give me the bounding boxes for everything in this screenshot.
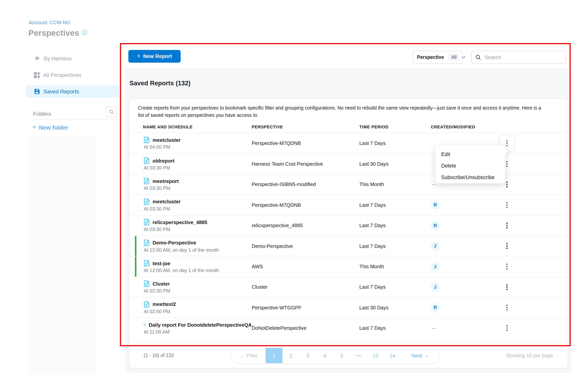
creator-avatar: R [431,200,440,210]
app-window: Account: CCM-NG Perspectives ⓘ ❖ By Harn… [0,0,588,392]
created-modified-cell: J [431,283,496,292]
pagination-prev[interactable]: ← Prev [232,348,266,363]
report-schedule: At 12:00 AM, on day 1 of the month [144,268,252,273]
table-row[interactable]: Demo-PerspectiveAt 12:00 AM, on day 1 of… [130,236,568,256]
column-header-created-modified: CREATED/MODIFIED [431,124,504,129]
pagination-page-2[interactable]: 2 [282,348,300,363]
creator-avatar: R [431,221,440,230]
harness-icon: ❖ [34,55,40,62]
search-input[interactable] [484,54,562,60]
row-menu-kebab-icon[interactable] [505,200,509,210]
row-menu-kebab-icon[interactable] [505,221,509,230]
row-menu-kebab-icon[interactable] [505,180,509,189]
time-period: Last 7 Days [359,325,431,331]
folders-search-button[interactable] [106,106,117,117]
sidebar-item-all-perspectives[interactable]: All Perspectives [26,69,119,81]
report-name: Demo-Perspective [152,240,196,246]
perspective-name: Perspective-M7QDNB [252,202,359,208]
menu-item-edit[interactable]: Edit [436,148,505,160]
row-menu-kebab-icon[interactable] [505,160,509,168]
perspective-name: DoNotDeletePerspective [252,325,359,331]
new-report-button[interactable]: + New Report [128,50,181,63]
perspective-name: AWS [252,264,359,270]
row-menu-kebab-icon[interactable] [505,262,509,271]
page-title-row: Perspectives ⓘ [28,28,87,38]
table-row[interactable]: ClusterAt 02:30 PMClusterLast 7 DaysJ [130,276,568,297]
row-menu-kebab-icon[interactable] [505,139,509,148]
row-menu-kebab-icon[interactable] [505,324,509,332]
time-period: Last 30 Days [359,305,431,310]
row-menu-kebab-icon[interactable] [505,303,509,312]
report-schedule: At 03:30 PM [144,206,252,212]
plus-icon: + [137,53,141,60]
row-menu-kebab-icon[interactable] [505,282,509,292]
table-header-row: NAME AND SCHEDULE PERSPECTIVE TIME PERIO… [130,119,568,133]
pagination-page-5[interactable]: 5 [333,348,350,363]
report-doc-icon [144,321,146,328]
report-name: meetcluster [152,137,181,143]
report-schedule: At 02:30 PM [144,288,252,294]
perspective-name: Harness Team Cost Perspective [252,161,359,167]
report-schedule: At 03:30 PM [144,186,252,191]
page-title: Perspectives [28,28,79,38]
sidebar-item-saved-reports[interactable]: Saved Reports [26,85,119,98]
report-name: Cluster [152,281,170,287]
table-row[interactable]: test-joeAt 12:00 AM, on day 1 of the mon… [130,256,568,277]
time-period: Last 30 Days [359,161,431,167]
pagination-page-14[interactable]: 14 [384,348,401,363]
report-doc-icon [144,219,150,226]
floppy-save-icon [34,88,40,94]
new-folder-button[interactable]: + New folder [32,123,68,131]
perspective-name: Perspective-WTGGPF [252,305,359,310]
sidebar-item-label: Saved Reports [44,88,79,94]
menu-item-delete[interactable]: Delete [436,160,505,172]
no-creator-dash: – [431,325,435,331]
created-modified-cell: J [431,262,496,271]
row-menu-kebab-icon[interactable] [505,242,509,250]
chevron-down-icon [462,56,466,58]
no-creator-dash: – [431,182,435,187]
pagination-page-1[interactable]: 1 [266,348,282,363]
pagination-next[interactable]: Next → [401,348,439,363]
time-period: Last 7 Days [359,140,431,146]
report-schedule: At 11:00 AM [144,329,252,335]
perspective-name: relicxperspective_4885 [252,223,359,228]
report-doc-icon [144,136,150,143]
pagination-page-3[interactable]: 3 [300,348,316,363]
report-schedule: At 02:00 PM [144,309,252,314]
report-name: meetreport [152,178,179,184]
section-heading: Saved Reports (132) [130,80,190,87]
menu-item-subscribe[interactable]: Subscribe/Unsubscribe [436,172,505,183]
table-row[interactable]: Daily report For DonotdeletePerspectiveQ… [130,318,568,338]
saved-reports-card: Create reports from your perspectives to… [129,98,568,368]
time-period: This Month [359,264,431,270]
perspective-name: Demo-Perspective [252,243,359,249]
perspective-filter-dropdown[interactable]: Perspective All [413,51,463,64]
search-box [471,51,566,64]
perspective-name: Perspective-M7QDNB [252,140,359,146]
filter-label: Perspective [417,54,444,60]
table-row[interactable]: relicxperspective_4885At 03:30 PMrelicxp… [130,215,568,236]
pagination-controls: ← Prev12345•••1314Next → [232,348,439,363]
table-row[interactable]: meetclusterAt 03:30 PMPerspective-M7QDNB… [130,194,568,215]
created-modified-cell: – [431,325,496,331]
pagination-page-13[interactable]: 13 [367,348,384,363]
report-schedule: At 03:30 PM [144,165,252,171]
perspective-name: Perspective-ISIBN5-modified [252,182,359,187]
pagination-page-4[interactable]: 4 [316,348,333,363]
report-doc-icon [144,157,150,164]
search-icon [109,109,114,114]
column-header-perspective: PERSPECTIVE [252,124,359,129]
grid-icon [34,72,40,78]
sidebar-item-label: All Perspectives [43,72,81,78]
info-icon[interactable]: ⓘ [82,29,87,36]
table-row[interactable]: meettest2At 02:00 PMPerspective-WTGGPFLa… [130,297,568,318]
report-name: Daily report For DonotdeletePerspectiveQ… [149,322,252,328]
time-period: This Month [359,182,431,187]
created-modified-cell: R [431,200,496,210]
time-period: Last 7 Days [359,243,431,249]
sidebar-item-by-harness[interactable]: ❖ By Harness [26,52,119,64]
breadcrumb-account[interactable]: Account: CCM-NG [29,20,70,25]
pagination-footer: (1 - 10) of 132 ← Prev12345•••1314Next →… [130,342,568,368]
created-modified-cell: J [431,242,496,250]
